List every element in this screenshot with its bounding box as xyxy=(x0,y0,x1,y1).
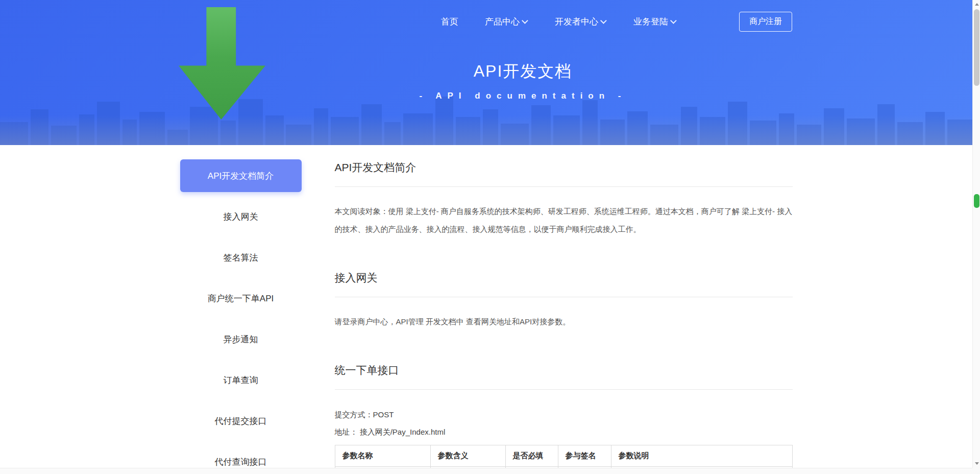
section-heading-gateway: 接入网关 xyxy=(335,271,793,285)
doc-sidebar: API开发文档简介 接入网关 签名算法 商户统一下单API 异步通知 订单查询 … xyxy=(180,159,302,474)
section-paragraph: 请登录商户中心，API管理 开发文档中 查看网关地址和API对接参数。 xyxy=(335,313,793,330)
triangle-down-icon xyxy=(975,462,979,465)
horizontal-scrollbar[interactable] xyxy=(0,468,972,474)
scroll-position-marker xyxy=(974,194,979,208)
vertical-scrollbar[interactable] xyxy=(972,0,980,468)
nav-item-business-login[interactable]: 业务登陆 xyxy=(633,16,677,28)
request-method-line: 提交方式：POST xyxy=(335,409,793,420)
vertical-scrollbar-thumb[interactable] xyxy=(974,9,979,86)
section-heading-intro: API开发文档简介 xyxy=(335,160,793,175)
hero-bottom-haze xyxy=(0,115,972,145)
chevron-down-icon xyxy=(670,17,677,24)
hero-text-block: API开发文档 - API documentation - xyxy=(37,60,972,101)
params-table-header: 参数含义 xyxy=(430,445,505,467)
hero-banner: 首页 产品中心 开发者中心 业务登陆 商户注册 API开发文档 - A xyxy=(0,0,972,145)
sidebar-item-unified-order-api[interactable]: 商户统一下单API xyxy=(180,282,302,315)
nav-item-label: 产品中心 xyxy=(485,16,520,28)
page-subtitle: - API documentation - xyxy=(37,91,972,101)
chevron-down-icon xyxy=(600,17,607,24)
params-table-header: 是否必填 xyxy=(505,445,558,467)
scroll-down-arrow[interactable] xyxy=(973,460,980,467)
chevron-down-icon xyxy=(522,17,528,24)
merchant-register-button[interactable]: 商户注册 xyxy=(739,12,792,32)
sidebar-item-signature[interactable]: 签名算法 xyxy=(180,241,302,274)
nav-item-label: 首页 xyxy=(441,16,458,28)
sidebar-item-order-query[interactable]: 订单查询 xyxy=(180,364,302,396)
nav-item-home[interactable]: 首页 xyxy=(441,16,458,28)
scrollbar-corner xyxy=(972,468,980,474)
sidebar-item-gateway[interactable]: 接入网关 xyxy=(180,200,302,233)
nav-item-label: 开发者中心 xyxy=(555,16,598,28)
top-nav: 首页 产品中心 开发者中心 业务登陆 商户注册 xyxy=(180,0,792,43)
params-table-header: 参与签名 xyxy=(558,445,611,467)
nav-item-product-center[interactable]: 产品中心 xyxy=(485,16,528,28)
params-table-header: 参数名称 xyxy=(335,445,430,467)
page: 首页 产品中心 开发者中心 业务登陆 商户注册 API开发文档 - A xyxy=(0,0,972,474)
main-content: API开发文档简介 接入网关 签名算法 商户统一下单API 异步通知 订单查询 … xyxy=(180,145,793,474)
section-divider xyxy=(335,297,793,297)
scroll-up-arrow[interactable] xyxy=(973,1,980,8)
nav-item-label: 业务登陆 xyxy=(633,16,668,28)
triangle-up-icon xyxy=(975,3,979,6)
sidebar-item-async-notify[interactable]: 异步通知 xyxy=(180,323,302,356)
doc-body: API开发文档简介 本文阅读对象：使用 梁上支付- 商户自服务系统的技术架构师、… xyxy=(335,159,793,474)
page-title: API开发文档 xyxy=(37,60,972,83)
page-root: 首页 产品中心 开发者中心 业务登陆 商户注册 API开发文档 - A xyxy=(0,0,980,474)
sidebar-item-api-doc-intro[interactable]: API开发文档简介 xyxy=(180,159,302,192)
nav-item-developer-center[interactable]: 开发者中心 xyxy=(555,16,607,28)
section-heading-unified-order: 统一下单接口 xyxy=(335,363,793,377)
sidebar-item-payout-submit[interactable]: 代付提交接口 xyxy=(180,405,302,437)
section-divider xyxy=(335,389,793,390)
section-paragraph: 本文阅读对象：使用 梁上支付- 商户自服务系统的技术架构师、研发工程师、系统运维… xyxy=(335,202,793,238)
request-address-line: 地址： 接入网关/Pay_Index.html xyxy=(335,426,793,438)
section-divider xyxy=(335,186,793,187)
params-table-header: 参数说明 xyxy=(611,445,792,467)
params-table-header-row: 参数名称 参数含义 是否必填 参与签名 参数说明 xyxy=(335,445,792,467)
